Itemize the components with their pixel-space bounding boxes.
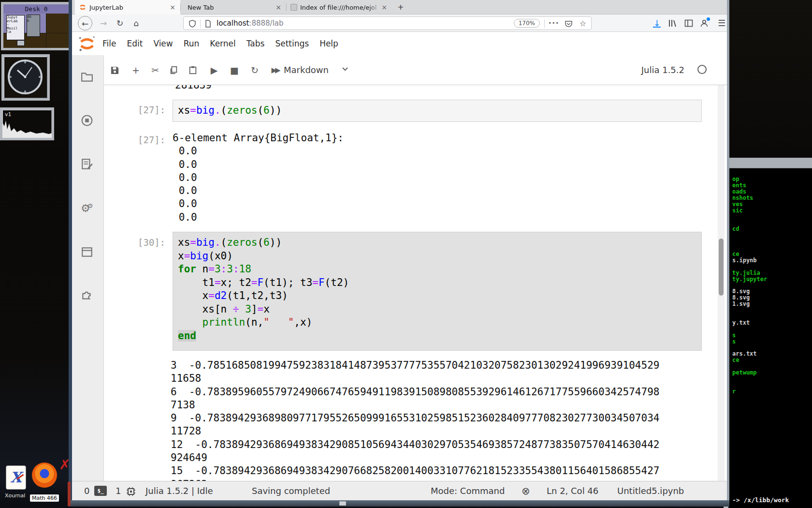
tab-bar: JupyterLab × New Tab × Index of file:///… bbox=[72, 0, 727, 15]
chevron-down-icon[interactable] bbox=[342, 67, 348, 71]
url-host: localhost bbox=[217, 19, 249, 28]
cell-27-input[interactable]: xs=big.(zeros(6)) bbox=[173, 100, 702, 122]
menu-view[interactable]: View bbox=[148, 39, 178, 48]
pocket-icon[interactable] bbox=[565, 20, 573, 28]
urlbar-separator bbox=[200, 19, 201, 28]
extension-manager-icon[interactable] bbox=[81, 288, 95, 303]
menu-hamburger-icon[interactable]: ☰ bbox=[715, 16, 728, 30]
page-info-icon[interactable] bbox=[204, 20, 212, 28]
xterm-file-listing: opentsoadsnshotsvessic cd ces.ipynb ty.j… bbox=[732, 176, 812, 395]
red-x-mark: ✗ bbox=[59, 457, 70, 473]
restart-kernel-button[interactable]: ↻ bbox=[245, 63, 264, 77]
menu-tabs[interactable]: Tabs bbox=[241, 39, 270, 48]
forward-button[interactable]: → bbox=[96, 16, 111, 30]
run-button[interactable]: ▶ bbox=[204, 63, 224, 77]
menu-file[interactable]: File bbox=[97, 39, 121, 48]
pager-mini-window-jupyterlab[interactable]: Jupyt erLab – Mozil la bbox=[6, 15, 25, 40]
mode-indicator[interactable]: Mode: Command bbox=[431, 485, 505, 497]
cell-30-input[interactable]: xs=big.(zeros(6))x=big(x0)for n=3:3:18 t… bbox=[173, 232, 702, 351]
kernel-status-text[interactable]: Julia 1.5.2 | Idle bbox=[145, 485, 213, 497]
tab-new-tab[interactable]: New Tab × bbox=[181, 0, 286, 15]
window-bottom-border[interactable] bbox=[69, 500, 729, 507]
menu-list: File Edit View Run Kernel Tabs Settings … bbox=[97, 39, 344, 48]
load-monitor-label: v1 bbox=[5, 111, 11, 118]
back-button[interactable]: ← bbox=[78, 16, 92, 30]
notebook-scroll-area[interactable]: 281839 [27]: xs=big.(zeros(6)) [27]: 6-e… bbox=[104, 85, 718, 481]
page-actions-icon[interactable]: ••• bbox=[549, 20, 559, 26]
xterm-prompt[interactable]: -> /x/libb/work bbox=[732, 496, 789, 504]
kernels-count[interactable]: 1 bbox=[116, 485, 121, 497]
bookmark-star-icon[interactable]: ☆ bbox=[580, 19, 586, 28]
menu-settings[interactable]: Settings bbox=[270, 39, 314, 48]
save-button[interactable] bbox=[105, 63, 124, 77]
zoom-level-badge[interactable]: 170% bbox=[514, 19, 540, 28]
notebook-toolbar: + ✂ ▶ ■ ↻ ▶▶ Markdown Julia 1.5.2 bbox=[104, 55, 727, 85]
new-tab-button[interactable]: + bbox=[395, 1, 406, 13]
command-palette-icon[interactable] bbox=[81, 158, 95, 172]
xournal-desktop-icon[interactable]: X bbox=[6, 465, 26, 490]
tab-index-of-file[interactable]: Index of file:///home/ejol × bbox=[287, 0, 392, 15]
file-browser-icon[interactable] bbox=[81, 71, 95, 85]
browser-toolbar: ← → ↻ ⌂ localhost:8888/lab 170% ••• bbox=[72, 15, 727, 32]
kernel-name-button[interactable]: Julia 1.5.2 bbox=[641, 63, 684, 77]
tracking-shield-icon[interactable] bbox=[188, 20, 196, 28]
trust-shield-icon[interactable]: ⊗ bbox=[522, 485, 530, 497]
firefox-icon-label: Math 466 bbox=[30, 494, 59, 502]
tab-title: New Tab bbox=[188, 4, 275, 11]
download-icon[interactable]: ↓ bbox=[650, 16, 664, 30]
notebook-filename: Untitled5.ipynb bbox=[617, 485, 684, 497]
cell-30-output: 3 -0.78516850819947592383184148739537777… bbox=[171, 359, 659, 481]
restart-run-all-button[interactable]: ▶▶ bbox=[265, 63, 285, 77]
sync-notification-dot bbox=[707, 17, 710, 21]
pager-grid-line bbox=[46, 14, 46, 48]
property-inspector-icon[interactable]: ⚙⚙ bbox=[81, 202, 95, 217]
url-bar[interactable]: localhost:8888/lab 170% ••• ☆ bbox=[183, 16, 592, 30]
pager-body[interactable]: Jupyt erLab – Mozil la 46 6 bbox=[3, 14, 69, 48]
tab-jupyterlab[interactable]: JupyterLab × bbox=[75, 0, 180, 15]
reload-button[interactable]: ↻ bbox=[113, 16, 127, 30]
desktop-pager[interactable]: Desk 0 Jupyt erLab – Mozil la 46 6 bbox=[1, 2, 72, 50]
window-resize-grip[interactable] bbox=[339, 501, 346, 506]
open-tabs-icon[interactable] bbox=[81, 246, 95, 260]
pager-mini-window-small[interactable] bbox=[17, 40, 25, 46]
running-sessions-icon[interactable] bbox=[81, 114, 95, 129]
tab-close-icon[interactable]: × bbox=[380, 3, 388, 11]
menu-run[interactable]: Run bbox=[178, 39, 205, 48]
notebook-scrollbar-thumb[interactable] bbox=[719, 239, 724, 296]
urlbar-separator bbox=[544, 19, 545, 28]
cut-cells-button[interactable]: ✂ bbox=[145, 63, 165, 77]
cell-27-output: 6-element Array{BigFloat,1}: 0.0 0.0 0.0… bbox=[173, 132, 344, 224]
jupyterlab-statusbar: 0 $_ 1 Julia 1.5.2 | Idle Saving complet… bbox=[72, 481, 727, 500]
home-button[interactable]: ⌂ bbox=[129, 16, 144, 30]
pager-mini-window-terminal[interactable]: 46 6 bbox=[27, 15, 40, 37]
tab-title: Index of file:///home/ejol bbox=[300, 4, 380, 11]
xterm-window[interactable]: opentsoadsnshotsvessic cd ces.ipynb ty.j… bbox=[724, 158, 812, 508]
clipped-output-text: 281839 bbox=[175, 85, 212, 91]
menu-help[interactable]: Help bbox=[314, 39, 344, 48]
tab-close-icon[interactable]: × bbox=[275, 3, 282, 11]
tab-close-icon[interactable]: × bbox=[169, 3, 176, 11]
paste-cells-button[interactable] bbox=[183, 63, 203, 77]
kernel-status-icon[interactable] bbox=[697, 65, 707, 74]
firefox-desktop-icon[interactable] bbox=[32, 463, 57, 488]
url-path: :8888/lab bbox=[249, 19, 283, 28]
cell-type-dropdown[interactable]: Markdown bbox=[284, 63, 329, 77]
xterm-titlebar[interactable] bbox=[728, 158, 812, 168]
terminals-count[interactable]: 0 bbox=[84, 485, 89, 497]
sidebars-glyph bbox=[684, 19, 693, 28]
kernel-chip-icon[interactable] bbox=[126, 485, 136, 496]
copy-cells-button[interactable] bbox=[164, 63, 183, 77]
add-cell-button[interactable]: + bbox=[126, 63, 145, 77]
jupyter-favicon bbox=[79, 3, 87, 11]
jupyterlab-left-sidebar: ⚙⚙ bbox=[72, 55, 104, 481]
cursor-position[interactable]: Ln 2, Col 46 bbox=[547, 485, 598, 497]
menu-edit[interactable]: Edit bbox=[121, 39, 148, 48]
library-icon[interactable] bbox=[666, 16, 679, 30]
sidebars-icon[interactable] bbox=[682, 16, 696, 30]
menu-kernel[interactable]: Kernel bbox=[204, 39, 241, 48]
url-text[interactable]: localhost:8888/lab bbox=[217, 19, 284, 28]
terminal-icon[interactable]: $_ bbox=[94, 486, 107, 496]
interrupt-kernel-button[interactable]: ■ bbox=[225, 63, 244, 77]
xournal-icon-label: Xournal bbox=[5, 493, 25, 499]
activity-status-text: Saving completed bbox=[252, 485, 330, 497]
